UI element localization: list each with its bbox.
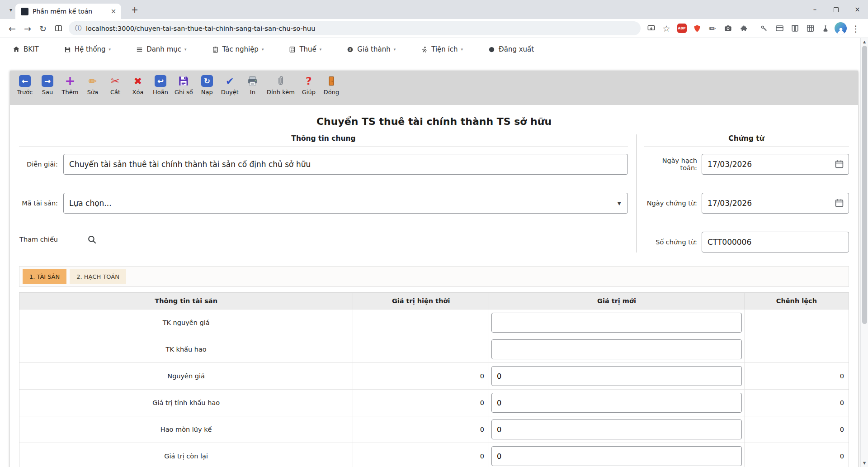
voucher-number-row: Số chứng từ: [644, 232, 849, 253]
url-text: localhost:3000/chuyen-tai-san-thue-tai-c… [86, 25, 315, 32]
approve-button[interactable]: ✔ Duyệt [218, 73, 241, 105]
section-title-voucher: Chứng từ [644, 134, 849, 147]
tab-tai-san[interactable]: 1. TÀI SẢN [23, 269, 66, 284]
description-input[interactable] [63, 154, 628, 175]
table-row: Hao mòn lũy kế 0 0 [19, 416, 849, 443]
voucher-number-input[interactable] [702, 232, 849, 253]
table-row: Giá trị còn lại 0 0 [19, 443, 849, 467]
scrollbar-thumb[interactable] [862, 46, 867, 324]
adblock-extension-icon[interactable]: ABP [675, 22, 689, 35]
new-tab-button[interactable]: + [129, 5, 140, 15]
address-bar[interactable]: ⓘ localhost:3000/chuyen-tai-san-thue-tai… [69, 21, 641, 35]
add-button[interactable]: + Thêm [59, 73, 81, 105]
logout-circle-icon [488, 46, 495, 53]
chevron-down-icon: ▾ [461, 47, 463, 52]
bookmark-star-icon[interactable]: ☆ [660, 22, 673, 35]
new-value-input[interactable] [491, 339, 742, 359]
tab-close-icon[interactable]: × [109, 7, 118, 15]
refresh-icon: ↻ [201, 75, 213, 87]
floppy-icon [178, 74, 189, 88]
browser-tab[interactable]: Phần mềm kế toán × [15, 4, 121, 19]
reload-button[interactable]: ↻ [36, 22, 50, 35]
extensions-puzzle-icon[interactable] [736, 22, 750, 35]
nav-item-tien-ich[interactable]: Tiện ích ▾ [421, 45, 463, 53]
browser-tab-bar: ▾ Phần mềm kế toán × + – × [0, 0, 868, 19]
svg-text:$: $ [349, 48, 351, 52]
scroll-down-icon[interactable]: ▼ [861, 461, 868, 465]
nav-item-danh-muc[interactable]: Danh mục ▾ [136, 45, 186, 53]
table-header-row: Thông tin tài sản Giá trị hiện thời Giá … [19, 293, 849, 309]
camera-extension-icon[interactable] [721, 22, 735, 35]
forward-button[interactable]: → [21, 22, 34, 35]
page-scrollbar[interactable]: ▲ ▼ [860, 38, 868, 467]
document-card: ← Trước → Sau + Thêm ✏ Sửa ✂ Cắt ✖ Xóa ↩… [10, 71, 858, 467]
back-button[interactable]: ← [5, 22, 19, 35]
nav-item-gia-thanh[interactable]: $ Giá thành ▾ [347, 45, 396, 53]
posting-date-label: Ngày hạch toán: [644, 157, 697, 172]
nav-item-tac-nghiep[interactable]: Tác nghiệp ▾ [212, 45, 264, 53]
new-value-input[interactable] [491, 313, 742, 333]
voucher-date-input[interactable] [702, 193, 849, 214]
close-button[interactable]: Đóng [320, 73, 343, 105]
profile-avatar[interactable] [835, 22, 847, 34]
voucher-number-label: Số chứng từ: [644, 238, 697, 246]
save-button[interactable]: Ghi sổ [172, 73, 196, 105]
reference-label: Tham chiếu [19, 236, 58, 243]
asset-table: Thông tin tài sản Giá trị hiện thời Giá … [19, 292, 849, 467]
help-button[interactable]: ? Giúp [297, 73, 320, 105]
next-button[interactable]: → Sau [36, 73, 59, 105]
calendar-icon[interactable] [835, 198, 844, 208]
wallet-card-icon[interactable] [773, 22, 786, 35]
edit-button[interactable]: ✏ Sửa [81, 73, 104, 105]
new-value-input[interactable] [491, 366, 742, 386]
nav-label: Giá thành [357, 45, 390, 53]
general-info-section: Thông tin chung Diễn giải: Mã tài sản: L… [19, 134, 637, 253]
scroll-up-icon[interactable]: ▲ [861, 40, 868, 44]
reading-list-icon[interactable] [788, 22, 802, 35]
chevron-down-icon: ▾ [394, 47, 396, 52]
window-controls: – × [804, 0, 868, 19]
tab-title: Phần mềm kế toán [33, 8, 109, 15]
password-key-icon[interactable] [757, 22, 771, 35]
pencil-extension-icon[interactable]: ✏ [706, 22, 719, 35]
page-title: Chuyển TS thuê tài chính thành TS sở hữu [10, 105, 858, 127]
asset-code-select[interactable]: Lựa chọn... ▼ [63, 193, 628, 214]
nav-item-dang-xuat[interactable]: Đăng xuất [488, 45, 534, 53]
home-icon [13, 46, 20, 53]
chevron-down-icon: ▾ [184, 47, 187, 52]
install-app-icon[interactable] [644, 22, 658, 35]
cut-button[interactable]: ✂ Cắt [104, 73, 127, 105]
close-window-button[interactable]: × [847, 0, 868, 19]
browser-menu-icon[interactable]: ⋮ [849, 22, 863, 35]
arrow-left-icon: ← [19, 75, 31, 87]
nav-item-he-thong[interactable]: Hệ thống ▾ [64, 45, 111, 53]
undo-button[interactable]: ↩ Hoãn [149, 73, 172, 105]
side-panel-icon[interactable] [52, 22, 65, 35]
delete-button[interactable]: ✖ Xóa [127, 73, 149, 105]
prev-button[interactable]: ← Trước [14, 73, 36, 105]
site-info-icon[interactable]: ⓘ [75, 24, 81, 33]
maximize-button[interactable] [826, 0, 847, 19]
asset-code-row: Mã tài sản: Lựa chọn... ▼ [19, 193, 628, 214]
calendar-grid-icon[interactable] [803, 22, 817, 35]
attach-button[interactable]: Đính kèm [264, 73, 297, 105]
nav-item-bkit[interactable]: BKIT [13, 45, 39, 53]
load-button[interactable]: ↻ Nạp [196, 73, 218, 105]
new-value-input[interactable] [491, 419, 742, 439]
posting-date-input[interactable] [702, 154, 849, 175]
lab-flask-icon[interactable] [819, 22, 832, 35]
new-value-input[interactable] [491, 393, 742, 413]
current-value-cell: 0 [353, 363, 489, 389]
new-value-input[interactable] [491, 446, 742, 466]
minimize-button[interactable]: – [804, 0, 826, 19]
calendar-icon[interactable] [835, 159, 844, 169]
chevron-down-icon: ▾ [320, 47, 322, 52]
tab-hach-toan[interactable]: 2. HẠCH TOÁN [70, 269, 126, 284]
nav-item-thue[interactable]: Thuế ▾ [289, 45, 321, 53]
tab-search-icon[interactable]: ▾ [6, 5, 15, 14]
print-button[interactable]: In [241, 73, 264, 105]
shield-extension-icon[interactable] [690, 22, 704, 35]
reference-search-button[interactable] [84, 232, 99, 247]
printer-icon [247, 74, 258, 88]
current-value-cell: 0 [353, 390, 489, 416]
